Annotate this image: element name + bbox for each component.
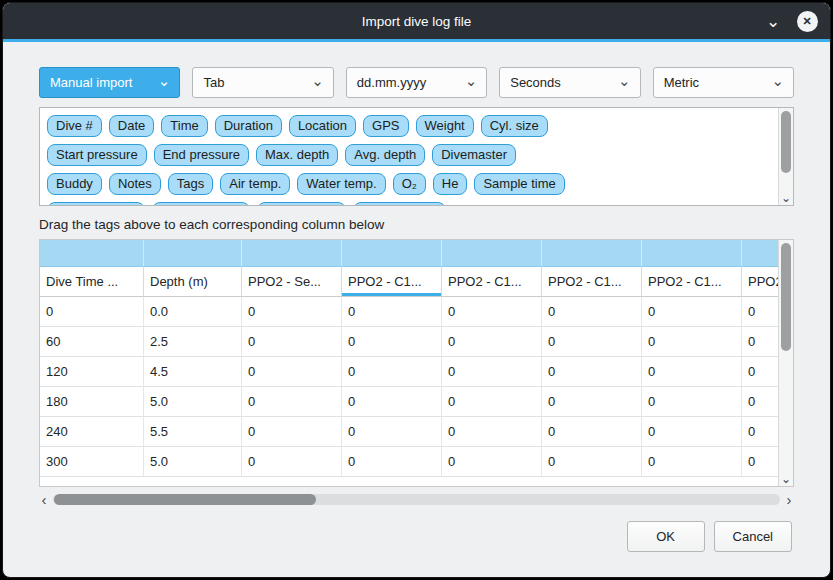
tag-pill[interactable]: Sample pO₂ xyxy=(257,202,345,206)
tag-pill[interactable]: Max. depth xyxy=(256,144,338,166)
combo-manual-import[interactable]: Manual import⌄ xyxy=(39,67,180,98)
column-drop-zone[interactable] xyxy=(442,240,542,267)
tag-row: Start pressureEnd pressureMax. depthAvg.… xyxy=(47,144,771,166)
table-cell: 0 xyxy=(542,447,642,477)
column-drop-zone[interactable] xyxy=(542,240,642,267)
tag-pill[interactable]: Time xyxy=(161,115,207,137)
table-cell: 60 xyxy=(40,327,144,357)
tag-pill[interactable]: Date xyxy=(109,115,154,137)
table-header-row: Dive Time ...Depth (m)PPO2 - Se...PPO2 -… xyxy=(40,267,778,297)
close-icon: ✕ xyxy=(797,11,818,32)
table-cell: 0 xyxy=(342,327,442,357)
ok-button[interactable]: OK xyxy=(627,521,705,552)
tag-pill[interactable]: Location xyxy=(289,115,356,137)
combo-selected-value: Tab xyxy=(203,75,224,90)
import-dialog-window: Import dive log file ⌄ ✕ Manual import⌄T… xyxy=(2,2,831,578)
table-cell: 0 xyxy=(242,387,342,417)
table-cell: 180 xyxy=(40,387,144,417)
cancel-button[interactable]: Cancel xyxy=(714,521,792,552)
hscroll-track[interactable] xyxy=(53,494,780,505)
tag-pill[interactable]: Buddy xyxy=(47,173,102,195)
scroll-down-arrow-icon[interactable]: ⌄ xyxy=(779,192,793,204)
tag-pill[interactable]: He xyxy=(433,173,468,195)
table-cell: 120 xyxy=(40,357,144,387)
table-cell: 0 xyxy=(40,297,144,327)
horizontal-scrollbar[interactable]: ‹ › xyxy=(39,492,794,507)
table-cell: 0.0 xyxy=(144,297,242,327)
column-header: PPO2 - C1... xyxy=(742,267,778,297)
tag-pill[interactable]: Sample depth xyxy=(47,202,145,206)
tag-pill[interactable]: Tags xyxy=(168,173,213,195)
accent-divider xyxy=(3,39,830,42)
tag-pill[interactable]: Water temp. xyxy=(297,173,385,195)
tag-pill[interactable]: Air temp. xyxy=(220,173,290,195)
tag-pill[interactable]: Sample time xyxy=(474,173,564,195)
chevron-down-icon: ⌄ xyxy=(766,11,780,32)
tag-pill[interactable]: Sample temp. xyxy=(152,202,250,206)
tag-pill[interactable]: Notes xyxy=(109,173,161,195)
column-drop-zone[interactable] xyxy=(642,240,742,267)
table-row: 1204.5000000 xyxy=(40,357,778,387)
tag-pill[interactable]: GPS xyxy=(363,115,408,137)
column-header: PPO2 - Se... xyxy=(242,267,342,297)
column-drop-zone[interactable] xyxy=(242,240,342,267)
scroll-down-arrow-icon[interactable]: ⌄ xyxy=(779,473,793,485)
table-scrollbar[interactable]: ⌄ xyxy=(778,240,793,486)
tag-pill[interactable]: Dive # xyxy=(47,115,102,137)
column-header: PPO2 - C1... xyxy=(342,267,442,297)
tag-pill[interactable]: Sample CNS xyxy=(353,202,446,206)
scroll-right-arrow-icon[interactable]: › xyxy=(784,493,794,506)
column-header: Dive Time ... xyxy=(40,267,144,297)
column-header: PPO2 - C1... xyxy=(642,267,742,297)
tag-pill[interactable]: End pressure xyxy=(154,144,249,166)
combo-metric[interactable]: Metric⌄ xyxy=(653,67,794,98)
scrollbar-thumb[interactable] xyxy=(781,243,791,351)
table-cell: 0 xyxy=(542,417,642,447)
combo-selected-value: Seconds xyxy=(510,75,561,90)
table-cell: 0 xyxy=(642,357,742,387)
scroll-left-arrow-icon[interactable]: ‹ xyxy=(39,493,49,506)
titlebar[interactable]: Import dive log file ⌄ ✕ xyxy=(3,3,830,39)
table-cell: 5.0 xyxy=(144,387,242,417)
combo-seconds[interactable]: Seconds⌄ xyxy=(499,67,640,98)
tag-panel: Dive #DateTimeDurationLocationGPSWeightC… xyxy=(39,107,794,206)
scrollbar-thumb[interactable] xyxy=(781,111,791,173)
combo-selected-value: Metric xyxy=(664,75,699,90)
tag-pill[interactable]: Start pressure xyxy=(47,144,147,166)
chevron-down-icon: ⌄ xyxy=(771,76,784,86)
combo-selected-value: Manual import xyxy=(50,75,132,90)
column-drop-zone[interactable] xyxy=(342,240,442,267)
shade-button[interactable]: ⌄ xyxy=(758,3,788,39)
tag-pill[interactable]: O₂ xyxy=(393,173,426,195)
table-cell: 0 xyxy=(442,327,542,357)
column-drop-zone[interactable] xyxy=(40,240,144,267)
combo-tab[interactable]: Tab⌄ xyxy=(192,67,333,98)
drag-instruction-text: Drag the tags above to each correspondin… xyxy=(39,217,794,232)
table-cell: 0 xyxy=(742,417,778,447)
table-cell: 0 xyxy=(542,387,642,417)
hscroll-thumb[interactable] xyxy=(54,494,316,505)
tag-pill[interactable]: Cyl. size xyxy=(481,115,548,137)
table-cell: 2.5 xyxy=(144,327,242,357)
table-body: 00.0000000602.50000001204.50000001805.00… xyxy=(40,297,778,477)
window-title: Import dive log file xyxy=(362,14,472,29)
table-cell: 0 xyxy=(642,387,742,417)
tag-pill[interactable]: Avg. depth xyxy=(345,144,425,166)
column-drop-zone[interactable] xyxy=(144,240,242,267)
combo-dd-mm-yyyy[interactable]: dd.mm.yyyy⌄ xyxy=(346,67,487,98)
column-header: PPO2 - C1... xyxy=(442,267,542,297)
table-cell: 0 xyxy=(642,327,742,357)
tag-pill[interactable]: Duration xyxy=(215,115,282,137)
close-button[interactable]: ✕ xyxy=(792,3,822,39)
tag-row: BuddyNotesTagsAir temp.Water temp.O₂HeSa… xyxy=(47,173,771,195)
table-cell: 0 xyxy=(442,297,542,327)
tag-pill[interactable]: Weight xyxy=(416,115,474,137)
tag-list: Dive #DateTimeDurationLocationGPSWeightC… xyxy=(40,108,778,206)
column-header: Depth (m) xyxy=(144,267,242,297)
tag-pill[interactable]: Divemaster xyxy=(432,144,516,166)
table-row: 1805.0000000 xyxy=(40,387,778,417)
table-cell: 5.5 xyxy=(144,417,242,447)
tag-panel-scrollbar[interactable]: ⌄ xyxy=(778,108,793,205)
table-cell: 0 xyxy=(742,447,778,477)
column-drop-zone[interactable] xyxy=(742,240,778,267)
